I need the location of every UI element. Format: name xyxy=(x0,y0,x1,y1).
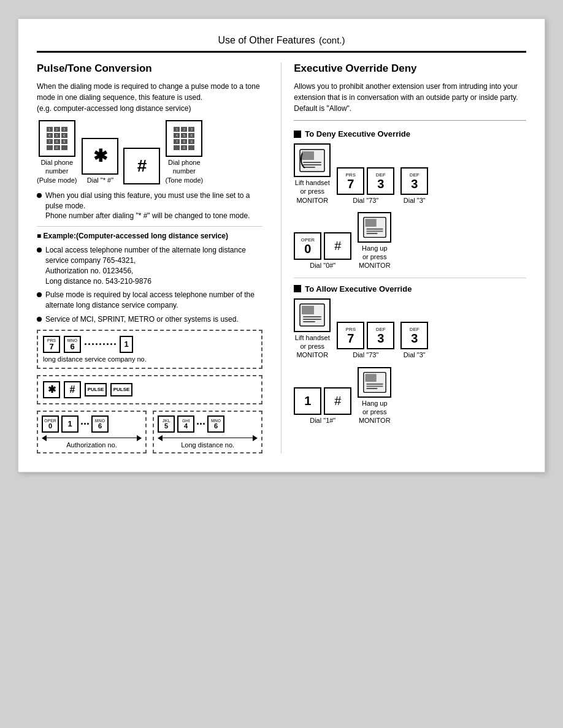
ld-mno6b: MNO 6 xyxy=(207,415,224,433)
deny-def3: DEF 3 xyxy=(367,167,394,195)
svg-rect-7 xyxy=(366,229,383,230)
deny-row-1: Lift handsetor pressMONITOR PRS 7 DEF 3 … xyxy=(294,143,526,205)
deny-prs7: PRS 7 xyxy=(337,167,364,195)
deny-row-2: OPER 0 # Dial "0#" xyxy=(294,212,526,270)
deny-3-caption: Dial "3" xyxy=(404,196,426,205)
deny-phone: Lift handsetor pressMONITOR xyxy=(294,143,331,205)
allow-def3: DEF 3 xyxy=(367,322,394,349)
allow-1hash-item: 1 # Dial "1#" xyxy=(294,387,351,425)
bottom-seq-container: OPER 0 1 MNO 6 xyxy=(37,411,262,453)
allow-73-item: PRS 7 DEF 3 Dial "73" xyxy=(337,322,394,359)
star-caption: Dial "* #" xyxy=(87,176,113,184)
example-bullet-list: Local access telephone number of the alt… xyxy=(37,245,262,325)
allow-73-boxes: PRS 7 DEF 3 xyxy=(337,322,394,349)
right-intro: Allows you to prohibit another extension… xyxy=(294,81,526,121)
auth-arrow xyxy=(42,435,142,441)
bottom-diagram: OPER 0 1 MNO 6 xyxy=(37,411,262,453)
allow-hash: # xyxy=(324,387,351,415)
svg-rect-11 xyxy=(302,306,314,314)
allow-hangup-icon xyxy=(362,371,387,394)
deny-hangup-caption: Hang upor pressMONITOR xyxy=(359,244,391,270)
svg-rect-13 xyxy=(303,319,321,320)
ld-ghi4: GHI 4 xyxy=(177,415,194,433)
svg-rect-8 xyxy=(366,230,383,232)
star-dial-item: ✱ Dial "* #" xyxy=(82,138,118,184)
example-bullet-1: Local access telephone number of the alt… xyxy=(37,245,262,286)
auth-label: Authorization no. xyxy=(42,441,142,449)
deny-0hash-item: OPER 0 # Dial "0#" xyxy=(294,232,351,270)
deny-73-boxes: PRS 7 DEF 3 xyxy=(337,167,394,195)
deny-phone-caption: Lift handsetor pressMONITOR xyxy=(295,178,330,205)
example-bullet-2: Pulse mode is required by local access t… xyxy=(37,290,262,311)
auth-oper: OPER 0 xyxy=(42,415,59,433)
phone-icon xyxy=(299,148,326,173)
deny-3-box: DEF 3 xyxy=(400,167,428,195)
ld-seq-row: JKL 5 GHI 4 MNO xyxy=(158,415,258,433)
keypad-caption: Dial phonenumber(Pulse mode) xyxy=(37,158,77,184)
seq-prs7: PRS 7 xyxy=(43,336,60,353)
deny-phone-box xyxy=(294,143,331,177)
seq-diagram-1: PRS 7 MNO 6 1 xyxy=(37,330,262,369)
ld-seq: JKL 5 GHI 4 MNO xyxy=(153,411,262,453)
allow-row-2: 1 # Dial "1#" H xyxy=(294,367,526,425)
ld-jkl5: JKL 5 xyxy=(158,415,175,433)
ld-label: Long distance no. xyxy=(158,441,258,449)
keypad-box: 123 456 789 0 xyxy=(39,120,75,157)
allow-prs7: PRS 7 xyxy=(337,322,364,349)
right-column: Executive Override Deny Allows you to pr… xyxy=(281,63,526,453)
deny-0hash-boxes: OPER 0 # xyxy=(294,232,351,260)
allow-1hash-boxes: 1 # xyxy=(294,387,351,415)
allow-1hash-caption: Dial "1#" xyxy=(310,416,335,425)
svg-rect-14 xyxy=(303,321,315,322)
right-section-title: Executive Override Deny xyxy=(294,63,526,75)
auth-mno6: MNO 6 xyxy=(91,415,109,433)
allow-hangup-item: Hang upor pressMONITOR xyxy=(358,367,391,425)
hangup-icon xyxy=(362,216,387,239)
example-bullet-3: Service of MCI, SPRINT, METRO or other s… xyxy=(37,314,262,325)
deny-3-item: DEF 3 Dial "3" xyxy=(400,167,428,205)
seq-label-1: long distance service company no. xyxy=(43,355,256,363)
svg-rect-3 xyxy=(303,164,321,165)
allow-phone: Lift handsetor pressMONITOR xyxy=(294,298,331,360)
keypad2-caption: Dial phonenumber(Tone mode) xyxy=(165,158,203,184)
seq-pulse2: PULSE xyxy=(110,383,132,396)
example-header: ■ Example:(Computer-accessed long distan… xyxy=(37,232,262,240)
auth-seq: OPER 0 1 MNO 6 xyxy=(37,411,147,453)
auth-dots xyxy=(81,423,89,425)
deny-hash: # xyxy=(324,232,351,260)
allow-bullet xyxy=(294,285,301,292)
svg-rect-18 xyxy=(366,385,383,387)
left-column: Pulse/Tone Conversion When the dialing m… xyxy=(37,63,262,453)
svg-rect-2 xyxy=(303,162,321,163)
seq-dots xyxy=(85,343,116,345)
keypad-dial-item: 123 456 789 0 Dial phonenumber(Pulse mod… xyxy=(37,120,77,184)
seq-hash: # xyxy=(64,381,81,398)
auth-1: 1 xyxy=(61,415,79,433)
allow-row-1: Lift handsetor pressMONITOR PRS 7 DEF 3 … xyxy=(294,298,526,360)
svg-rect-17 xyxy=(366,383,383,384)
allow-hangup-caption: Hang upor pressMONITOR xyxy=(359,399,391,425)
allow-73-caption: Dial "73" xyxy=(353,351,378,359)
ld-dots xyxy=(197,423,205,425)
svg-rect-12 xyxy=(303,316,321,317)
allow-3-item: DEF 3 Dial "3" xyxy=(400,322,428,359)
left-section-title: Pulse/Tone Conversion xyxy=(37,63,262,75)
seq-star: ✱ xyxy=(43,381,60,398)
two-column-layout: Pulse/Tone Conversion When the dialing m… xyxy=(37,63,526,453)
keypad2-dial-item: 123 456 789 0 Dial phonenumber(Tone mode… xyxy=(165,120,203,184)
allow-3-box: DEF 3 xyxy=(400,322,428,349)
seq-row-2: ✱ # PULSE PULSE xyxy=(43,381,256,398)
svg-rect-9 xyxy=(366,233,377,234)
allow-3-caption: Dial "3" xyxy=(404,351,426,359)
hash-box: # xyxy=(123,148,160,184)
allow-phone-box xyxy=(294,298,331,332)
title-rule xyxy=(37,51,526,53)
bullet-list-1: When you dial using this feature, you mu… xyxy=(37,191,262,221)
deny-oper0: OPER 0 xyxy=(294,232,321,260)
allow-phone-icon xyxy=(299,303,326,327)
svg-rect-1 xyxy=(302,151,314,160)
allow-1: 1 xyxy=(294,387,321,415)
allow-hangup-box xyxy=(358,367,391,398)
deny-hangup-item: Hang upor pressMONITOR xyxy=(358,212,391,270)
bullet-item-1: When you dial using this feature, you mu… xyxy=(37,191,262,221)
